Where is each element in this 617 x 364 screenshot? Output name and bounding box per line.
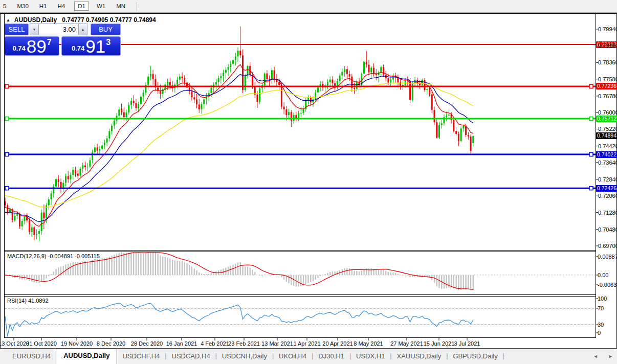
rsi-axis-tick: 30 (598, 322, 604, 328)
price-axis-tick: 0.76780 (598, 93, 617, 99)
date-axis-tick: 19 Nov 2020 (61, 340, 93, 347)
date-axis-tick: 1 Apr 2021 (293, 340, 320, 347)
hline-price-label: 0.74022 (596, 151, 617, 158)
price-axis-tick: 0.70480 (598, 226, 617, 233)
volume-spinner: ▼ 3.00 ▲ (30, 24, 87, 35)
price-axis-tick: 0.76000 (598, 109, 617, 116)
volume-up-icon: ▲ (81, 28, 85, 31)
chart-tab-eurusd[interactable]: EURUSD,H4 (7, 349, 56, 364)
macd-axis-tick: 0.00 (598, 272, 608, 278)
volume-down-button[interactable]: ▼ (30, 24, 39, 35)
one-click-trading-panel: SELL ▼ 3.00 ▲ BUY 0.74 89 7 0.74 91 3 (5, 24, 121, 56)
date-axis-tick: 13 Oct 2020 (0, 340, 29, 347)
chart-title: ▲ AUDUSD,Daily 0.74777 0.74905 0.74777 0… (6, 16, 156, 24)
date-axis-tick: 3 Jul 2021 (454, 340, 480, 347)
hline-price-label: 0.75712 (596, 116, 617, 122)
price-axis-tick: 0.79160 (598, 42, 617, 49)
sell-price-button[interactable]: 0.74 89 7 (5, 36, 59, 56)
sell-price-big: 89 (27, 39, 47, 54)
chart-tab-usdcnh[interactable]: USDCNH,Daily (217, 349, 272, 364)
rsi-axis-tick: 70 (598, 305, 604, 311)
chart-tab-usdx[interactable]: USDX,H1 (351, 349, 390, 364)
candlestick-series (5, 27, 474, 242)
chart-tab-usdchf[interactable]: USDCHF,H4 (117, 349, 165, 364)
sell-button[interactable]: SELL (5, 24, 29, 35)
chart-tab-ukoil[interactable]: UKOil,H4 (274, 349, 312, 364)
volume-down-icon: ▼ (33, 28, 36, 31)
line-handle[interactable] (5, 187, 9, 190)
chart-tab-usdcad[interactable]: USDCAD,H4 (167, 349, 215, 364)
volume-up-button[interactable]: ▲ (78, 24, 87, 35)
macd-indicator-label: MACD(12,26,9) -0.004891 -0.005115 (7, 253, 100, 259)
line-handle[interactable] (589, 187, 593, 190)
buy-price-prefix: 0.74 (72, 44, 84, 52)
buy-price-pipette: 3 (106, 38, 111, 47)
date-axis-tick: 20 Apr 2021 (322, 340, 352, 347)
chart-tab-gbpusd[interactable]: GBPUSD,Daily (448, 349, 502, 364)
hline-price-label: 0.72426 (596, 185, 617, 192)
line-handle[interactable] (5, 84, 9, 88)
tab-scroll-right-icon[interactable]: ► (608, 354, 613, 359)
price-axis-tick: 0.72840 (598, 176, 617, 183)
panel-collapse-icon[interactable]: ▲ (6, 18, 10, 22)
chart-symbol-period: AUDUSD,Daily (14, 16, 57, 24)
macd-axis-tick: 0.008871 (598, 254, 617, 260)
date-axis-tick: 27 May 2021 (390, 340, 423, 347)
rsi-axis-tick: 0 (598, 330, 601, 336)
line-handle[interactable] (589, 84, 593, 88)
chart-tab-bar: EURUSD,H4AUDUSD,DailyUSDCHF,H4|USDCAD,H4… (0, 349, 617, 364)
horizontal-line-0.75712[interactable] (5, 117, 596, 121)
chart-tab-xauusd[interactable]: XAUUSD,Daily (392, 349, 447, 364)
sell-price-prefix: 0.74 (12, 44, 25, 52)
date-axis-tick: 4 Feb 2021 (201, 340, 229, 347)
tab-scroll-controls: ◄ ► (584, 354, 613, 359)
date-axis-tick: 23 Feb 2021 (228, 340, 260, 347)
date-axis-tick: 8 May 2021 (354, 340, 383, 347)
price-axis-tick: 0.72060 (598, 193, 617, 199)
line-handle[interactable] (5, 153, 9, 156)
rsi-indicator-label: RSI(14) 41.0892 (7, 298, 49, 304)
line-handle[interactable] (5, 117, 9, 121)
chart-tab-audusd[interactable]: AUDUSD,Daily (56, 349, 117, 364)
volume-input[interactable]: 3.00 (39, 24, 78, 35)
date-axis-tick: 16 Jan 2021 (166, 340, 197, 347)
buy-price-big: 91 (85, 39, 105, 54)
date-axis-tick: 8 Dec 2020 (97, 340, 125, 347)
hline-price-label: 0.77236 (596, 83, 617, 89)
rsi-axis-tick: 100 (598, 295, 607, 302)
mt4-window: 5M30H1H4D1W1MN 0.792130.772360.757120.74… (0, 0, 617, 364)
buy-button[interactable]: BUY (91, 24, 121, 35)
date-axis-tick: 28 Dec 2020 (131, 340, 163, 347)
tab-separator: | (503, 349, 504, 364)
price-axis-tick: 0.78360 (598, 59, 617, 65)
sell-price-pipette: 7 (47, 38, 52, 47)
line-handle[interactable] (589, 153, 593, 156)
price-axis-tick: 0.75220 (598, 126, 617, 132)
horizontal-line-0.74022[interactable] (5, 153, 596, 156)
price-axis-tick: 0.74420 (598, 143, 617, 149)
rsi-line (5, 303, 473, 336)
chart-ohlc-values: 0.74777 0.74905 0.74777 0.74894 (62, 16, 156, 24)
price-axis-tick: 0.77580 (598, 76, 617, 82)
line-handle[interactable] (589, 117, 593, 121)
tab-scroll-left-icon[interactable]: ◄ (593, 354, 598, 359)
price-axis-tick: 0.79940 (598, 26, 617, 32)
price-axis-tick: 0.71280 (598, 210, 617, 216)
buy-price-button[interactable]: 0.74 91 3 (61, 36, 121, 56)
chart-tab-dj30[interactable]: DJ30,H1 (313, 349, 349, 364)
price-axis-tick: 0.73640 (598, 160, 617, 166)
macd-axis-tick: -0.00632 (598, 282, 617, 288)
price-axis-tick: 0.69700 (598, 243, 617, 249)
horizontal-line-0.77236[interactable] (5, 84, 596, 88)
date-axis-tick: 15 Jun 2021 (424, 340, 455, 347)
date-axis-tick: 13 Mar 2021 (261, 340, 293, 347)
moving-average-21 (5, 74, 473, 222)
date-axis-tick: 31 Oct 2020 (26, 340, 57, 347)
horizontal-line-0.72426[interactable] (5, 187, 596, 190)
current-price-label: 0.74894 (596, 132, 617, 139)
